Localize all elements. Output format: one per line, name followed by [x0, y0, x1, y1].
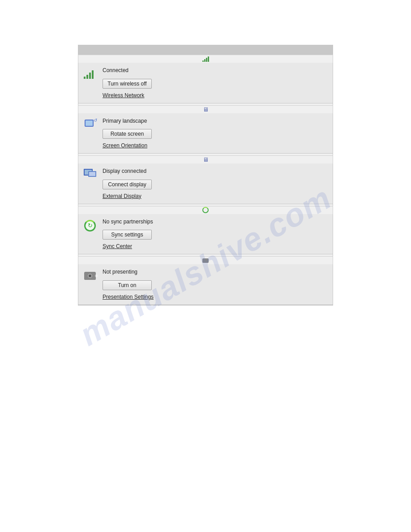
bottom-line: [78, 305, 333, 305]
wireless-button[interactable]: Turn wireless off: [103, 79, 152, 89]
sync-icon-area: ↻: [84, 219, 103, 232]
presentation-small-icon: [202, 258, 209, 263]
main-container: Connected Turn wireless off Wireless Net…: [78, 0, 333, 305]
sync-button[interactable]: Sync settings: [103, 230, 152, 240]
signal-icon: [84, 68, 94, 79]
wireless-status: Connected: [103, 67, 327, 74]
projector-lens: [88, 274, 92, 278]
sync-arrow: ↻: [88, 222, 93, 229]
top-bar: [78, 45, 333, 55]
screen-top-icon: 🖥: [203, 105, 209, 113]
signal-bar-lg-3: [89, 73, 91, 79]
wireless-icon-area: [84, 67, 103, 79]
sync-small-icon: [202, 207, 209, 213]
sync-panel: ↻ No sync partnerships Sync settings Syn…: [78, 214, 333, 255]
wireless-section: Connected Turn wireless off Wireless Net…: [78, 55, 333, 103]
screen-title[interactable]: Screen Orientation: [103, 142, 327, 149]
screen-button[interactable]: Rotate screen: [103, 129, 152, 139]
presentation-top-icon-row: [78, 256, 333, 264]
display-top-icon-row: 🖥: [78, 155, 333, 163]
signal-bar-lg-4: [92, 70, 94, 79]
wireless-top-icon-row: [78, 55, 333, 63]
signal-bar-lg-1: [84, 77, 86, 79]
display-icon-area: [84, 168, 103, 181]
display-small-icon: 🖥: [203, 156, 209, 163]
sync-section: ↻ No sync partnerships Sync settings Syn…: [78, 206, 333, 255]
wireless-panel: Connected Turn wireless off Wireless Net…: [78, 63, 333, 103]
screen-orientation-icon: ↺: [84, 119, 96, 131]
presentation-icon-area: [84, 269, 103, 282]
sync-status: No sync partnerships: [103, 219, 327, 226]
presentation-icon: [84, 270, 96, 282]
wireless-top-icon: [202, 55, 209, 63]
signal-bar-2: [204, 59, 206, 62]
screen-status: Primary landscape: [103, 118, 327, 125]
screen-panel: ↺ Primary landscape Rotate screen Screen…: [78, 113, 333, 154]
sync-icon: ↻: [84, 219, 96, 232]
display-status: Display connected: [103, 168, 327, 175]
sync-title[interactable]: Sync Center: [103, 243, 327, 249]
presentation-button[interactable]: Turn on: [103, 280, 152, 290]
sync-content: No sync partnerships Sync settings Sync …: [103, 219, 327, 250]
sync-circle: ↻: [84, 220, 96, 232]
signal-bar-1: [202, 60, 204, 62]
screen-inner: [85, 120, 94, 127]
display-panel: Display connected Connect display Extern…: [78, 163, 333, 204]
presentation-content: Not presenting Turn on Presentation Sett…: [103, 269, 327, 300]
screen-small-icon: 🖥: [203, 106, 209, 113]
screen-content: Primary landscape Rotate screen Screen O…: [103, 118, 327, 149]
display-title[interactable]: External Display: [103, 193, 327, 199]
presentation-top-icon: [202, 257, 209, 265]
projector-body: [84, 272, 96, 280]
ext-display-icon: [84, 169, 97, 181]
sync-top-icon-row: [78, 206, 333, 214]
sync-top-icon: [202, 206, 209, 214]
monitor-2: [88, 171, 96, 177]
screen-section: 🖥 ↺ Primary landscape Rotate screen Scre…: [78, 105, 333, 154]
projector-light: [95, 275, 98, 277]
signal-bar-3: [206, 58, 207, 62]
wireless-content: Connected Turn wireless off Wireless Net…: [103, 67, 327, 99]
display-section: 🖥 Display connected Connect display Exte…: [78, 155, 333, 204]
display-top-icon: 🖥: [203, 156, 209, 164]
screen-icon-area: ↺: [84, 118, 103, 131]
small-signal-icon: [202, 56, 209, 62]
presentation-status: Not presenting: [103, 269, 327, 276]
display-content: Display connected Connect display Extern…: [103, 168, 327, 199]
screen-top-icon-row: 🖥: [78, 105, 333, 113]
signal-bar-4: [208, 56, 209, 62]
presentation-title[interactable]: Presentation Settings: [103, 294, 327, 300]
wireless-title[interactable]: Wireless Network: [103, 92, 327, 99]
screen-arrow: ↺: [94, 118, 97, 123]
signal-bar-lg-2: [86, 75, 88, 79]
presentation-section: Not presenting Turn on Presentation Sett…: [78, 256, 333, 305]
display-button[interactable]: Connect display: [103, 180, 152, 189]
presentation-panel: Not presenting Turn on Presentation Sett…: [78, 264, 333, 305]
